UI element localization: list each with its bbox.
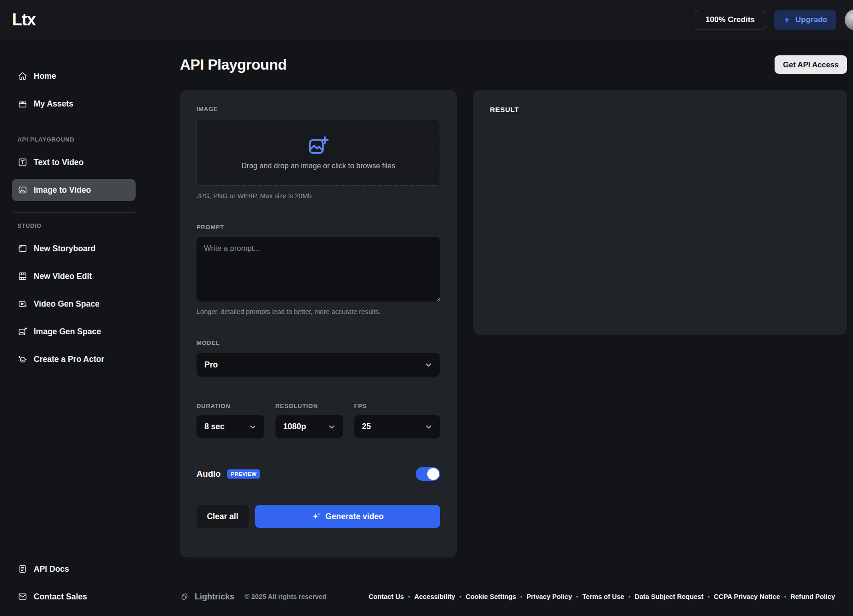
chevron-down-icon — [249, 423, 256, 431]
get-api-access-button[interactable]: Get API Access — [775, 55, 847, 74]
sidebar-item-video-gen-space[interactable]: Video Gen Space — [12, 293, 136, 315]
sidebar-item-label: Image to Video — [34, 185, 91, 195]
model-section-label: MODEL — [197, 339, 440, 346]
footer-links: Contact Us • Accessibility • Cookie Sett… — [369, 593, 835, 600]
result-label: RESULT — [490, 106, 830, 113]
sidebar-item-label: New Storyboard — [34, 244, 95, 254]
actor-face-icon — [18, 354, 28, 364]
chevron-down-icon — [328, 423, 335, 431]
footer-link-contact-us[interactable]: Contact Us — [369, 593, 404, 600]
app-root: Ltx 100% Credits Upgrade Home — [0, 0, 853, 616]
storyboard-icon — [18, 243, 28, 254]
sidebar: Home My Assets API PLAYGROUND Text to Vi… — [0, 39, 148, 616]
image-plus-icon — [308, 135, 329, 156]
sidebar-divider — [13, 126, 135, 126]
main-content: API Playground Get API Access IMAGE Drag… — [148, 39, 853, 616]
settings-row: DURATION 8 sec RESOLUTION 1080 — [197, 403, 440, 438]
image-format-hint: JPG, PNG or WEBP. Max size is 20Mb — [197, 192, 440, 200]
footer-link-accessibility[interactable]: Accessibility — [414, 593, 455, 600]
sidebar-item-label: Home — [34, 71, 56, 81]
sidebar-section-api-playground: API PLAYGROUND — [12, 131, 136, 151]
clear-all-button[interactable]: Clear all — [197, 505, 249, 528]
chevron-down-icon — [424, 361, 432, 369]
upgrade-label: Upgrade — [795, 15, 827, 24]
fps-value: 25 — [362, 422, 371, 432]
footer-link-cookie-settings[interactable]: Cookie Settings — [465, 593, 516, 600]
image-dropzone[interactable]: Drag and drop an image or click to brows… — [197, 119, 440, 186]
envelope-icon — [18, 592, 28, 602]
credits-button[interactable]: 100% Credits — [695, 10, 765, 30]
topbar: Ltx 100% Credits Upgrade — [0, 0, 853, 39]
lightricks-logo-icon — [180, 592, 190, 602]
sidebar-item-label: Text to Video — [34, 158, 84, 167]
footer-link-ccpa-privacy-notice[interactable]: CCPA Privacy Notice — [714, 593, 780, 600]
result-panel: RESULT — [473, 90, 847, 335]
duration-column: DURATION 8 sec — [197, 403, 264, 438]
duration-select[interactable]: 8 sec — [197, 415, 264, 438]
sidebar-item-image-gen-space[interactable]: Image Gen Space — [12, 320, 136, 343]
sidebar-divider — [13, 212, 135, 213]
footer: Lightricks © 2025 All rights reserved Co… — [180, 589, 847, 610]
sidebar-item-label: Video Gen Space — [34, 299, 100, 309]
sidebar-section-studio: STUDIO — [12, 217, 136, 237]
bullet-separator: • — [576, 593, 579, 600]
sidebar-item-new-storyboard[interactable]: New Storyboard — [12, 237, 136, 260]
sidebar-item-create-pro-actor[interactable]: Create a Pro Actor — [12, 348, 136, 370]
page-title: API Playground — [180, 56, 286, 73]
bullet-separator: • — [520, 593, 523, 600]
chevron-down-icon — [425, 423, 432, 431]
bullet-separator: • — [459, 593, 462, 600]
sidebar-item-label: Contact Sales — [34, 592, 87, 602]
footer-copyright: © 2025 All rights reserved — [245, 593, 327, 600]
sidebar-item-image-to-video[interactable]: Image to Video — [12, 179, 136, 201]
footer-link-privacy-policy[interactable]: Privacy Policy — [526, 593, 572, 600]
sidebar-item-my-assets[interactable]: My Assets — [12, 93, 136, 115]
panels-row: IMAGE Drag and drop an image or click to… — [180, 90, 847, 557]
sidebar-item-new-video-edit[interactable]: New Video Edit — [12, 265, 136, 287]
video-gen-icon — [18, 299, 28, 309]
model-select[interactable]: Pro — [197, 353, 440, 377]
film-strip-icon — [18, 271, 28, 281]
topbar-right: 100% Credits Upgrade — [695, 9, 853, 30]
image-section-label: IMAGE — [197, 106, 440, 113]
sidebar-item-label: Create a Pro Actor — [34, 355, 104, 364]
footer-brand-name: Lightricks — [195, 592, 234, 602]
user-avatar[interactable] — [845, 9, 853, 30]
actions-row: Clear all Generate video — [197, 505, 440, 528]
assets-box-icon — [18, 99, 28, 109]
generate-video-button[interactable]: Generate video — [255, 505, 440, 528]
audio-toggle[interactable] — [416, 467, 440, 481]
image-gen-icon — [18, 326, 28, 337]
footer-link-data-subject-request[interactable]: Data Subject Request — [635, 593, 704, 600]
sidebar-item-home[interactable]: Home — [12, 65, 136, 87]
preview-badge: PREVIEW — [227, 469, 260, 479]
resolution-value: 1080p — [283, 422, 306, 432]
duration-label: DURATION — [197, 403, 264, 409]
generate-video-label: Generate video — [325, 512, 383, 521]
sidebar-item-api-docs[interactable]: API Docs — [12, 558, 136, 580]
audio-label: Audio — [197, 469, 221, 479]
sidebar-item-label: API Docs — [34, 564, 69, 574]
footer-link-terms-of-use[interactable]: Terms of Use — [582, 593, 624, 600]
prompt-input[interactable] — [197, 237, 440, 302]
audio-row: Audio PREVIEW — [197, 467, 440, 481]
home-icon — [18, 71, 28, 81]
prompt-section-label: PROMPT — [197, 224, 440, 231]
resolution-column: RESOLUTION 1080p — [275, 403, 343, 438]
sidebar-item-contact-sales[interactable]: Contact Sales — [12, 586, 136, 608]
fps-column: FPS 25 — [354, 403, 440, 438]
footer-link-refund-policy[interactable]: Refund Policy — [790, 593, 835, 600]
page-header: API Playground Get API Access — [180, 54, 847, 75]
sidebar-item-label: Image Gen Space — [34, 327, 101, 337]
model-value: Pro — [204, 360, 218, 370]
image-to-video-icon — [18, 185, 28, 195]
fps-select[interactable]: 25 — [354, 415, 440, 438]
resolution-label: RESOLUTION — [275, 403, 343, 409]
sidebar-item-text-to-video[interactable]: Text to Video — [12, 151, 136, 173]
prompt-hint: Longer, detailed prompts lead to better,… — [197, 308, 440, 315]
bullet-separator: • — [784, 593, 787, 600]
text-to-video-icon — [18, 157, 28, 167]
resolution-select[interactable]: 1080p — [275, 415, 343, 438]
upgrade-button[interactable]: Upgrade — [774, 10, 836, 30]
sparkles-icon — [311, 511, 322, 521]
